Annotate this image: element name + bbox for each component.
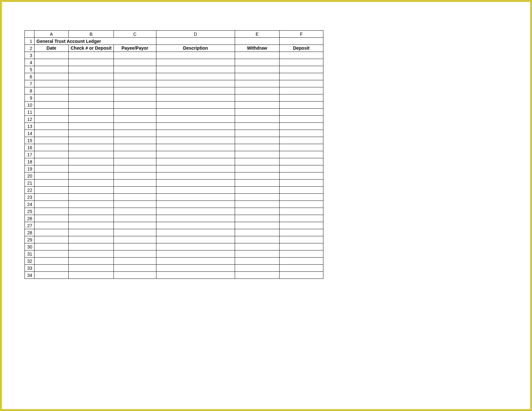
cell-E6[interactable]: [235, 73, 279, 80]
cell-D8[interactable]: [156, 87, 235, 94]
cell-D31[interactable]: [156, 250, 235, 258]
row-number-5[interactable]: 5: [25, 66, 34, 73]
cell-B18[interactable]: [69, 158, 114, 165]
cell-A9[interactable]: [34, 94, 69, 102]
row-number-31[interactable]: 31: [25, 250, 34, 258]
row-number-18[interactable]: 18: [25, 158, 34, 165]
cell-D10[interactable]: [156, 102, 235, 109]
column-header-F[interactable]: F: [279, 31, 323, 38]
cell-F28[interactable]: [279, 229, 323, 236]
cell-E17[interactable]: [235, 151, 279, 158]
cell-D15[interactable]: [156, 137, 235, 144]
cell-B13[interactable]: [69, 123, 114, 130]
cell-A12[interactable]: [34, 116, 69, 123]
cell-E16[interactable]: [235, 144, 279, 151]
cell-A16[interactable]: [34, 144, 69, 151]
row-number-30[interactable]: 30: [25, 243, 34, 250]
cell-E21[interactable]: [235, 180, 279, 187]
cell-E14[interactable]: [235, 130, 279, 137]
cell-D26[interactable]: [156, 215, 235, 222]
cell-F7[interactable]: [279, 80, 323, 87]
cell-B17[interactable]: [69, 151, 114, 158]
cell-A7[interactable]: [34, 80, 69, 87]
cell-F33[interactable]: [279, 265, 323, 272]
row-number-23[interactable]: 23: [25, 194, 34, 201]
cell-C7[interactable]: [113, 80, 156, 87]
row-number-25[interactable]: 25: [25, 208, 34, 215]
cell-E28[interactable]: [235, 229, 279, 236]
header-cell-C[interactable]: Payee/Payor: [113, 45, 156, 52]
cell-E1[interactable]: [235, 38, 279, 45]
cell-B29[interactable]: [69, 236, 114, 243]
cell-D1[interactable]: [156, 38, 235, 45]
cell-C17[interactable]: [113, 151, 156, 158]
row-number-20[interactable]: 20: [25, 172, 34, 180]
row-number-10[interactable]: 10: [25, 102, 34, 109]
cell-F1[interactable]: [279, 38, 323, 45]
cell-A14[interactable]: [34, 130, 69, 137]
row-number-29[interactable]: 29: [25, 236, 34, 243]
cell-D25[interactable]: [156, 208, 235, 215]
cell-B9[interactable]: [69, 94, 114, 102]
cell-C13[interactable]: [113, 123, 156, 130]
cell-F3[interactable]: [279, 52, 323, 59]
cell-A18[interactable]: [34, 158, 69, 165]
cell-E27[interactable]: [235, 222, 279, 229]
cell-A32[interactable]: [34, 258, 69, 265]
row-number-22[interactable]: 22: [25, 187, 34, 194]
cell-A21[interactable]: [34, 180, 69, 187]
row-number-21[interactable]: 21: [25, 180, 34, 187]
cell-E30[interactable]: [235, 243, 279, 250]
cell-C8[interactable]: [113, 87, 156, 94]
cell-F10[interactable]: [279, 102, 323, 109]
cell-B14[interactable]: [69, 130, 114, 137]
cell-C14[interactable]: [113, 130, 156, 137]
cell-B3[interactable]: [69, 52, 114, 59]
cell-E4[interactable]: [235, 59, 279, 66]
row-number-26[interactable]: 26: [25, 215, 34, 222]
cell-B26[interactable]: [69, 215, 114, 222]
cell-C26[interactable]: [113, 215, 156, 222]
cell-D32[interactable]: [156, 258, 235, 265]
cell-A26[interactable]: [34, 215, 69, 222]
cell-F15[interactable]: [279, 137, 323, 144]
cell-D13[interactable]: [156, 123, 235, 130]
row-number-6[interactable]: 6: [25, 73, 34, 80]
cell-A23[interactable]: [34, 194, 69, 201]
cell-C25[interactable]: [113, 208, 156, 215]
cell-B8[interactable]: [69, 87, 114, 94]
cell-A31[interactable]: [34, 250, 69, 258]
cell-A3[interactable]: [34, 52, 69, 59]
cell-E20[interactable]: [235, 172, 279, 180]
row-number-16[interactable]: 16: [25, 144, 34, 151]
cell-F13[interactable]: [279, 123, 323, 130]
cell-B19[interactable]: [69, 165, 114, 172]
cell-E11[interactable]: [235, 109, 279, 116]
cell-C9[interactable]: [113, 94, 156, 102]
cell-C31[interactable]: [113, 250, 156, 258]
cell-C22[interactable]: [113, 187, 156, 194]
cell-D4[interactable]: [156, 59, 235, 66]
cell-A17[interactable]: [34, 151, 69, 158]
cell-A11[interactable]: [34, 109, 69, 116]
header-cell-D[interactable]: Description: [156, 45, 235, 52]
cell-E7[interactable]: [235, 80, 279, 87]
cell-B11[interactable]: [69, 109, 114, 116]
cell-D6[interactable]: [156, 73, 235, 80]
row-number-11[interactable]: 11: [25, 109, 34, 116]
cell-C33[interactable]: [113, 265, 156, 272]
row-number-9[interactable]: 9: [25, 94, 34, 102]
cell-D16[interactable]: [156, 144, 235, 151]
cell-D29[interactable]: [156, 236, 235, 243]
cell-C20[interactable]: [113, 172, 156, 180]
cell-D33[interactable]: [156, 265, 235, 272]
cell-B22[interactable]: [69, 187, 114, 194]
cell-D24[interactable]: [156, 201, 235, 208]
cell-D23[interactable]: [156, 194, 235, 201]
cell-C19[interactable]: [113, 165, 156, 172]
cell-B12[interactable]: [69, 116, 114, 123]
row-number-4[interactable]: 4: [25, 59, 34, 66]
row-number-12[interactable]: 12: [25, 116, 34, 123]
cell-D11[interactable]: [156, 109, 235, 116]
row-number-28[interactable]: 28: [25, 229, 34, 236]
